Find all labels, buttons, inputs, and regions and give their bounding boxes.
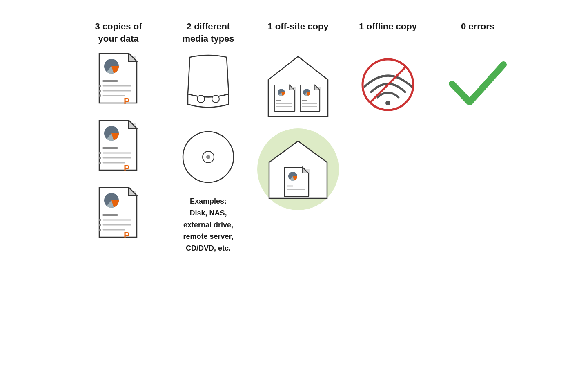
columns-layout: 3 copies ofyour data — [24, 16, 572, 254]
main-container: 3 copies ofyour data — [0, 0, 588, 368]
svg-point-35 — [99, 229, 101, 231]
column-3: 1 off-site copy — [253, 16, 343, 210]
svg-point-65 — [385, 101, 390, 105]
col3-header: 1 off-site copy — [257, 16, 339, 49]
doc-icon-2: P — [96, 120, 141, 175]
svg-text:P: P — [124, 96, 130, 106]
doc-icon-3: P — [96, 187, 141, 242]
svg-point-33 — [99, 219, 101, 221]
svg-point-41 — [206, 155, 210, 159]
house-offsite-icon — [263, 53, 334, 120]
nas-icon — [180, 53, 237, 118]
svg-point-34 — [99, 224, 101, 226]
svg-line-67 — [370, 67, 406, 103]
cd-icon — [180, 128, 237, 187]
svg-point-9 — [99, 85, 101, 87]
svg-text:P: P — [124, 230, 130, 240]
svg-point-11 — [99, 94, 101, 97]
col5-header: 0 errors — [437, 16, 519, 49]
doc-icon-1: P — [96, 53, 141, 108]
house-highlighted-icon — [257, 128, 339, 210]
col2-header: 2 differentmedia types — [167, 16, 249, 49]
svg-point-22 — [99, 157, 101, 159]
col1-header: 3 copies ofyour data — [78, 16, 159, 49]
checkmark-icon — [447, 53, 508, 118]
col4-header: 1 offline copy — [347, 16, 429, 49]
svg-point-23 — [99, 162, 101, 164]
column-5: 0 errors — [433, 16, 523, 118]
svg-point-21 — [99, 152, 101, 154]
no-wifi-icon — [356, 53, 420, 118]
svg-point-37 — [212, 95, 219, 103]
column-4: 1 offline copy — [343, 16, 433, 118]
examples-text: Examples: Disk, NAS, external drive, rem… — [183, 195, 233, 254]
svg-point-10 — [99, 90, 101, 92]
column-1: 3 copies ofyour data — [74, 16, 163, 242]
svg-text:P: P — [124, 163, 130, 173]
column-2: 2 differentmedia types — [163, 16, 253, 254]
svg-point-36 — [197, 95, 205, 103]
